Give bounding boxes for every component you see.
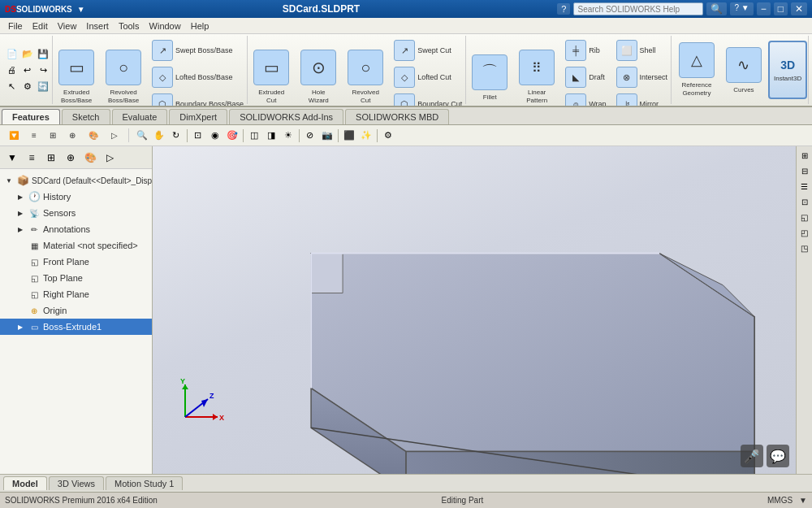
display-style-icon[interactable]: ◫: [246, 128, 262, 144]
pan-icon[interactable]: ✋: [151, 128, 167, 144]
zoom-sheet-icon[interactable]: ◉: [207, 128, 223, 144]
menu-edit[interactable]: Edit: [28, 20, 53, 33]
appearance-icon[interactable]: ⬛: [341, 128, 357, 144]
tab-dimxpert[interactable]: DimXpert: [169, 109, 227, 124]
print-icon[interactable]: 🖨: [5, 63, 19, 77]
tree-origin[interactable]: ⊕ Origin: [0, 302, 152, 319]
boss-extrude1-expander[interactable]: ▶: [15, 321, 26, 332]
tree-boss-extrude1[interactable]: ▶ ▭ Boss-Extrude1: [0, 319, 152, 335]
tree-annotations[interactable]: ▶ ✏ Annotations: [0, 221, 152, 237]
instant3d-button[interactable]: 3D Instant3D: [768, 41, 807, 99]
redo-icon[interactable]: ↪: [37, 63, 50, 77]
tab-solidworks-mbd[interactable]: SOLIDWORKS MBD: [345, 109, 449, 124]
rebuild-icon[interactable]: 🔄: [37, 79, 50, 93]
shadows-icon[interactable]: ◨: [263, 128, 279, 144]
camera-icon[interactable]: 📷: [319, 128, 335, 144]
intersect-button[interactable]: ⊗ Intersect: [612, 64, 672, 90]
close-button[interactable]: ✕: [791, 2, 807, 15]
new-icon[interactable]: 📄: [5, 46, 19, 61]
section-view-icon[interactable]: ⊘: [302, 128, 318, 144]
search-icon[interactable]: 🔍: [706, 2, 727, 15]
list-left-btn[interactable]: ≡: [23, 149, 41, 167]
rt-btn-2[interactable]: ⊟: [797, 163, 812, 178]
filter-btn[interactable]: 🔽: [3, 128, 24, 142]
rt-btn-4[interactable]: ⊡: [797, 194, 812, 209]
scene-icon[interactable]: ☀: [280, 128, 296, 144]
wrap-button[interactable]: ⌾ Wrap: [561, 91, 610, 107]
tab-motion-study[interactable]: Motion Study 1: [106, 476, 183, 490]
rt-btn-1[interactable]: ⊞: [797, 148, 812, 163]
menu-view[interactable]: View: [53, 20, 82, 33]
rt-btn-3[interactable]: ☰: [797, 179, 812, 193]
swept-cut-button[interactable]: ↗ Swept Cut: [390, 37, 466, 63]
revolved-cut-button[interactable]: ○ RevolvedCut: [343, 48, 388, 106]
rotate-icon[interactable]: ↻: [168, 128, 184, 144]
draft-button[interactable]: ◣ Draft: [561, 64, 610, 90]
sensors-expander[interactable]: ▶: [15, 207, 26, 219]
microphone-btn[interactable]: 🎤: [741, 445, 763, 467]
annotations-expander[interactable]: ▶: [15, 224, 26, 235]
lofted-cut-button[interactable]: ◇ Lofted Cut: [390, 64, 466, 90]
tab-model[interactable]: Model: [3, 476, 47, 490]
tree-top-plane[interactable]: ◱ Top Plane: [0, 270, 152, 286]
menu-file[interactable]: File: [3, 20, 28, 33]
revolved-boss-button[interactable]: ○ RevolvedBoss/Base: [101, 48, 146, 106]
cross-left-btn[interactable]: ⊕: [62, 149, 80, 167]
quick-access-icon[interactable]: ▼: [77, 5, 85, 14]
rt-btn-6[interactable]: ◰: [797, 225, 812, 240]
help-search-input[interactable]: [573, 2, 703, 15]
comment-btn[interactable]: 💬: [767, 445, 789, 467]
lofted-boss-button[interactable]: ◇ Lofted Boss/Base: [148, 64, 248, 90]
grid-left-btn[interactable]: ⊞: [42, 149, 60, 167]
hole-wizard-button[interactable]: ⊙ HoleWizard: [296, 48, 341, 106]
tree-sensors[interactable]: ▶ 📡 Sensors: [0, 205, 152, 221]
swept-boss-button[interactable]: ↗ Swept Boss/Base: [148, 37, 248, 63]
color-left-btn[interactable]: 🎨: [81, 149, 99, 167]
rib-button[interactable]: ╪ Rib: [561, 37, 610, 63]
shell-button[interactable]: ⬜ Shell: [612, 37, 672, 63]
rt-btn-5[interactable]: ◱: [797, 210, 812, 224]
history-expander[interactable]: ▶: [15, 191, 26, 202]
extruded-cut-button[interactable]: ▭ ExtrudedCut: [248, 48, 294, 106]
tree-history[interactable]: ▶ 🕐 History: [0, 189, 152, 205]
minimize-button[interactable]: −: [757, 2, 771, 15]
open-icon[interactable]: 📂: [20, 46, 34, 61]
realview-icon[interactable]: ✨: [358, 128, 374, 144]
list-btn[interactable]: ≡: [26, 128, 42, 142]
view-orient-icon[interactable]: 🎯: [224, 128, 240, 144]
mirror-button[interactable]: ⫡ Mirror: [612, 91, 672, 107]
tab-3d-views[interactable]: 3D Views: [49, 476, 104, 490]
menu-insert[interactable]: Insert: [81, 20, 114, 33]
curves-button[interactable]: ∿ Curves: [721, 41, 767, 99]
tree-right-plane[interactable]: ◱ Right Plane: [0, 286, 152, 302]
undo-icon[interactable]: ↩: [20, 63, 34, 77]
boundary-boss-button[interactable]: ⬡ Boundary Boss/Base: [148, 91, 248, 107]
zoom-fit-icon[interactable]: ⊡: [190, 128, 206, 144]
boundary-cut-button[interactable]: ⬡ Boundary Cut: [390, 91, 466, 107]
grid-btn[interactable]: ⊞: [44, 128, 62, 142]
menu-tools[interactable]: Tools: [114, 20, 145, 33]
tab-evaluate[interactable]: Evaluate: [112, 109, 168, 124]
color-btn[interactable]: 🎨: [83, 128, 104, 142]
settings-icon[interactable]: ⚙: [380, 128, 396, 144]
rt-btn-7[interactable]: ◳: [797, 241, 812, 255]
menu-window[interactable]: Window: [145, 20, 186, 33]
tree-root[interactable]: ▼ 📦 SDCard (Default<<Default>_Display St…: [0, 172, 152, 189]
3d-viewport[interactable]: X Y Z 🎤 💬: [153, 146, 796, 474]
help-menu[interactable]: ? ▼: [730, 2, 753, 15]
menu-help[interactable]: Help: [186, 20, 214, 33]
expand-left-btn[interactable]: ▷: [101, 149, 119, 167]
expand-btn[interactable]: ▷: [106, 128, 123, 142]
tab-sketch[interactable]: Sketch: [62, 109, 110, 124]
zoom-icon[interactable]: 🔍: [134, 128, 150, 144]
options-icon[interactable]: ⚙: [20, 79, 34, 93]
filter-left-btn[interactable]: ▼: [3, 149, 21, 167]
linear-pattern-button[interactable]: ⠿ LinearPattern: [514, 48, 559, 106]
tab-solidworks-addins[interactable]: SOLIDWORKS Add-Ins: [229, 109, 343, 124]
extruded-boss-button[interactable]: ▭ ExtrudedBoss/Base: [54, 48, 99, 106]
tab-features[interactable]: Features: [2, 109, 60, 124]
fillet-button[interactable]: ⌒ Fillet: [467, 48, 512, 106]
reference-geometry-button[interactable]: △ ReferenceGeometry: [674, 41, 719, 99]
tree-front-plane[interactable]: ◱ Front Plane: [0, 254, 152, 270]
tree-material[interactable]: ▦ Material <not specified>: [0, 237, 152, 254]
